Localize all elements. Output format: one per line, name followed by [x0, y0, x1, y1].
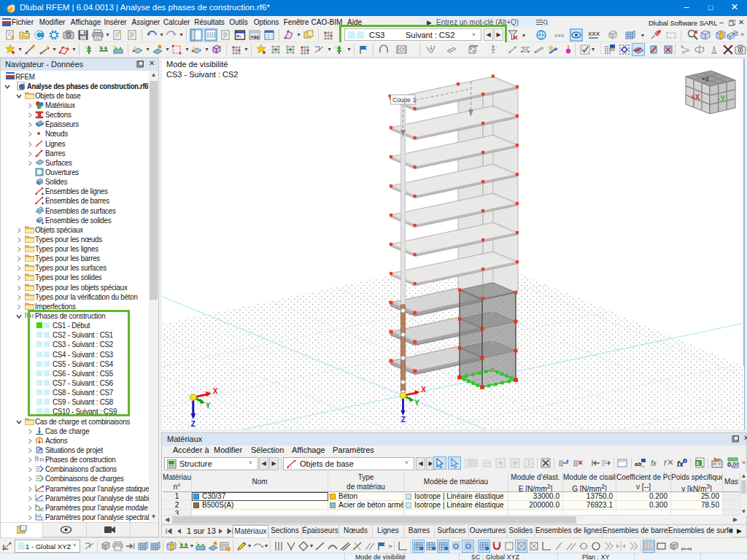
- svg-text:?: ?: [684, 459, 686, 464]
- svg-text:Mode de visibilité: Mode de visibilité: [166, 60, 228, 69]
- svg-text:X: X: [696, 461, 700, 466]
- svg-text:X: X: [213, 387, 218, 395]
- svg-text:f: f: [664, 459, 667, 467]
- svg-text:xxx: xxx: [554, 32, 565, 39]
- svg-text:XXX: XXX: [588, 31, 600, 37]
- svg-text:Coupe 1: Coupe 1: [392, 96, 416, 104]
- svg-text:»‑: »‑: [236, 33, 241, 39]
- svg-text:Y: Y: [206, 402, 211, 410]
- svg-text:X: X: [421, 386, 426, 394]
- svg-text:Z: Z: [191, 420, 196, 428]
- svg-text:-Y: -Y: [718, 95, 725, 103]
- svg-text:CS3 - Suivant : CS2: CS3 - Suivant : CS2: [166, 70, 238, 79]
- svg-text:fx: fx: [651, 459, 657, 467]
- svg-text:+Z: +Z: [702, 76, 709, 82]
- svg-text:ab: ab: [635, 461, 641, 467]
- svg-text:fx: fx: [677, 460, 684, 468]
- svg-text:00: 00: [732, 461, 739, 468]
- svg-text:>sc: >sc: [250, 34, 260, 40]
- svg-text:Z: Z: [401, 416, 406, 424]
- svg-text:+X: +X: [691, 93, 700, 101]
- svg-text:Y: Y: [414, 399, 419, 407]
- svg-text:I: I: [290, 465, 292, 469]
